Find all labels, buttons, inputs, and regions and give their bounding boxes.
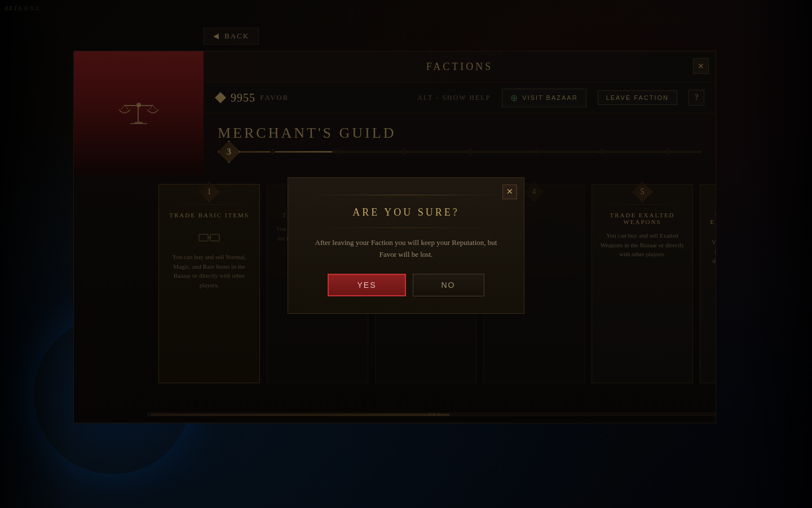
confirm-no-button[interactable]: NO: [413, 274, 484, 296]
confirm-yes-button[interactable]: YES: [328, 274, 405, 296]
modal-close-button[interactable]: ✕: [502, 185, 517, 199]
modal-overlay: ✕ ARE YOU SURE? After leaving your Facti…: [0, 0, 812, 508]
modal-body-text: After leaving your Faction you will keep…: [308, 237, 504, 261]
modal-divider-top: [308, 195, 504, 195]
modal-buttons: YES NO: [308, 274, 504, 296]
modal-title: ARE YOU SURE?: [308, 207, 504, 218]
modal-divider: [308, 227, 504, 228]
confirm-modal: ✕ ARE YOU SURE? After leaving your Facti…: [288, 177, 524, 314]
